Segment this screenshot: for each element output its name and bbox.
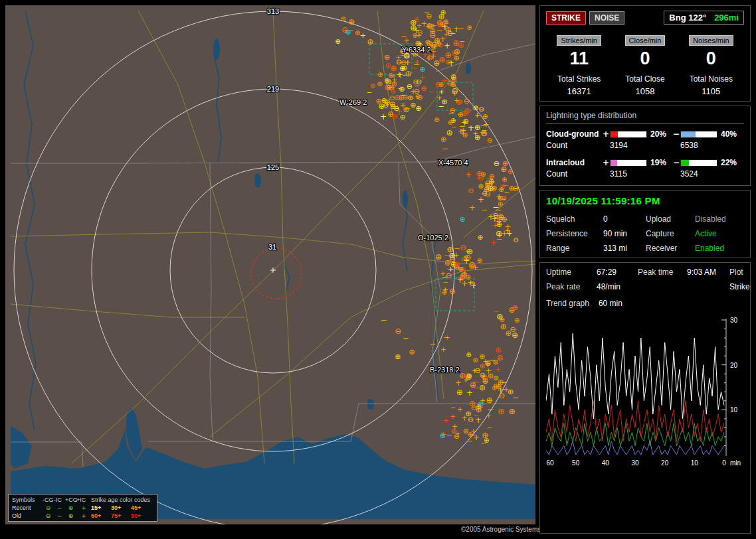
strike-symbol: ⊕ <box>466 24 472 31</box>
receiver-section: 10/19/2025 11:59:16 PM Squelch 0 Upload … <box>539 190 751 258</box>
legend-col-pos-ic: +IC <box>76 496 91 504</box>
trend-y-tick-label: 30 <box>730 317 738 324</box>
station-label: X-4570 4 <box>438 159 468 167</box>
lake <box>112 486 125 494</box>
strike-symbol: ⊕ <box>399 84 405 94</box>
cg-plus-pct: 20% <box>647 129 672 139</box>
age-45: 45+ <box>131 504 153 512</box>
strike-symbol: − <box>481 205 488 214</box>
recent-pos-ic-icon: + <box>76 504 91 512</box>
trend-series-total <box>546 333 724 419</box>
range-ring-label: 125 <box>267 163 279 171</box>
range-label: Range <box>546 244 603 253</box>
strike-symbol: ⊕ <box>486 396 492 405</box>
capture-label: Capture <box>646 229 695 238</box>
capture-status: Active <box>695 229 744 238</box>
map-area: 31321912531⊕⊕+⊕⊕⊕⊕+⊕−⊕⊖⊕⊖++−+⊕⊕⊕+⊕⊕⊕⊕⊕⊕⊖… <box>5 5 535 524</box>
strike-symbol: − <box>401 32 407 40</box>
strike-symbol: ⊕ <box>502 215 508 224</box>
strike-symbol: ⊕ <box>474 133 480 142</box>
trend-x-tick-label: 0 <box>722 459 726 467</box>
strike-symbol: ⊕ <box>384 53 390 62</box>
strike-symbol: ⊖ <box>510 325 516 334</box>
strikes-per-min-label: Strikes/min <box>557 35 601 46</box>
map-legend: Symbols -CG -IC +CG +IC Strike age color… <box>8 494 157 522</box>
nexstorm-window: 31321912531⊕⊕+⊕⊕⊕⊕+⊕−⊕⊖⊕⊖++−+⊕⊕⊕+⊕⊕⊕⊕⊕⊕⊖… <box>0 0 756 539</box>
bearing-display: Bng 122° 296mi <box>664 11 744 25</box>
lake <box>367 399 374 410</box>
strike-symbol: ⊕ <box>335 37 341 45</box>
strike-symbol: ⊕ <box>465 372 472 382</box>
cloud-ground-label: Cloud-ground <box>546 129 602 139</box>
range-ring-label: 219 <box>267 85 279 93</box>
cg-plus-bar <box>610 131 647 138</box>
total-strikes-value: 16371 <box>546 86 612 96</box>
strike-symbol: ⊖ <box>493 211 499 220</box>
receiver-label: Receiver <box>646 244 695 253</box>
strike-symbol: + <box>442 285 448 295</box>
receiver-status: Enabled <box>695 244 744 253</box>
strike-symbol: ⊖ <box>416 78 422 86</box>
plot-label: Plot <box>729 268 750 277</box>
noise-toggle-button[interactable]: NOISE <box>589 11 624 25</box>
distribution-title: Lightning type distribution <box>546 111 744 123</box>
persistence-label: Persistence <box>546 229 603 238</box>
strike-symbol: ⊕ <box>493 358 499 366</box>
strike-symbol: + <box>496 366 502 373</box>
strike-symbol: ⊖ <box>494 159 500 168</box>
total-close-label: Total Close <box>612 74 678 84</box>
peak-rate-label: Peak rate <box>546 282 597 291</box>
strike-symbol: ⊕ <box>495 345 502 354</box>
strike-symbol: + <box>380 112 387 121</box>
trend-x-unit-label: min <box>730 459 741 467</box>
strike-symbol: ⊖ <box>487 136 493 144</box>
right-panel: STRIKE NOISE Bng 122° 296mi Strikes/min … <box>539 5 751 534</box>
strike-symbol: − <box>444 333 450 341</box>
strike-symbol: + <box>430 47 437 56</box>
strike-symbol: + <box>461 414 468 423</box>
age-75: 75+ <box>111 512 131 520</box>
strike-toggle-button[interactable]: STRIKE <box>546 11 586 25</box>
intracloud-label: Intracloud <box>546 158 602 167</box>
minus-sign: − <box>672 129 680 139</box>
strikes-column: Strikes/min 11 Total Strikes 16371 <box>546 34 612 96</box>
noises-column: Noises/min 0 Total Noises 1105 <box>678 34 744 96</box>
datetime-display: 10/19/2025 11:59:16 PM <box>546 195 744 206</box>
trend-graph: 1020306050403020100min <box>546 313 744 471</box>
legend-old-label: Old <box>12 512 43 520</box>
strike-symbol: ⊕ <box>370 82 376 90</box>
strike-symbol: ⊕ <box>405 69 411 78</box>
strike-symbol: ⊖ <box>449 106 455 115</box>
map-canvas[interactable]: 31321912531⊕⊕+⊕⊕⊕⊕+⊕−⊕⊖⊕⊖++−+⊕⊕⊕+⊕⊕⊕⊕⊕⊕⊖… <box>5 5 535 524</box>
noises-per-min-value: 0 <box>678 48 744 69</box>
strike-symbol: ⊖ <box>395 327 401 336</box>
strike-symbol: ⊕ <box>509 407 516 416</box>
cloud-ground-count-row: Count 3194 6538 <box>546 141 744 150</box>
intracloud-count-row: Count 3115 3524 <box>546 169 744 179</box>
strike-symbol: + <box>442 416 448 425</box>
noise-symbol: ⊕ <box>419 65 425 74</box>
trend-x-tick-label: 50 <box>572 459 580 467</box>
cg-plus-count: 3194 <box>610 141 647 150</box>
station-label: O-1025 2 <box>418 234 448 242</box>
range-ring-label: 313 <box>267 7 279 15</box>
strike-symbol: − <box>424 9 430 17</box>
strike-symbol: ⊕ <box>434 116 440 124</box>
total-noises-value: 1105 <box>678 86 744 96</box>
trend-x-tick-label: 10 <box>691 459 699 467</box>
ic-plus-bar <box>610 159 647 167</box>
strike-symbol: ⊕ <box>493 374 499 382</box>
strike-symbol: + <box>454 96 460 104</box>
strike-symbol: ⊖ <box>468 187 474 195</box>
strike-symbol: ⊕ <box>458 265 464 273</box>
ic-minus-count: 3524 <box>680 169 717 179</box>
trend-x-tick-label: 30 <box>631 459 639 467</box>
strike-symbol: ⊕ <box>442 17 448 25</box>
intracloud-row: Intracloud + 19% − 22% <box>546 158 744 167</box>
strike-symbol: ⊖ <box>460 243 466 252</box>
strike-symbol: + <box>450 412 456 420</box>
strike-symbol: + <box>468 202 475 212</box>
strike-symbol: + <box>484 360 491 369</box>
cg-minus-bar-fill <box>681 131 696 137</box>
strike-symbol: ⊕ <box>456 388 463 397</box>
